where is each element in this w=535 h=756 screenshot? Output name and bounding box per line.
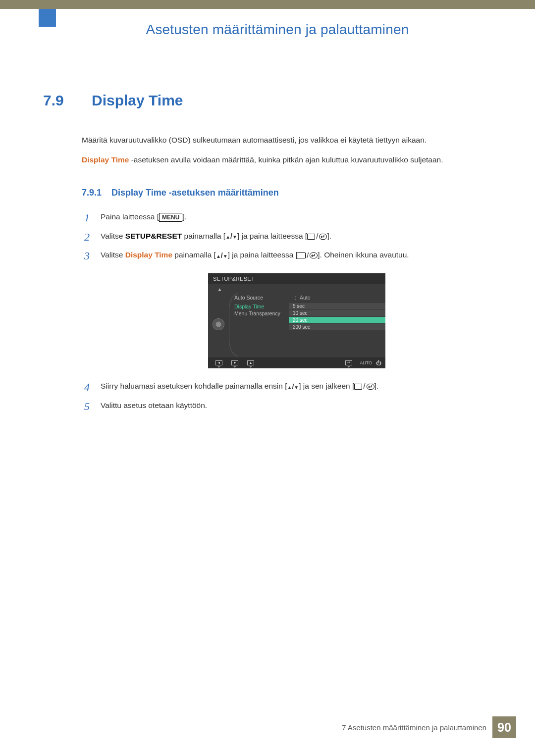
rect-icon — [354, 384, 362, 390]
up-down-icon: ▲/▼ — [225, 231, 237, 242]
text: Valitse — [101, 251, 125, 259]
osd-label: Menu Transparency — [234, 310, 295, 316]
osd-option: 200 sec — [289, 324, 385, 331]
text: ]. — [182, 212, 187, 221]
step-1: 1 Paina laitteessa [MENU]. — [81, 211, 513, 225]
gear-icon — [213, 319, 224, 330]
step-2: 2 Valitse SETUP&RESET painamalla [▲/▼] j… — [81, 230, 513, 245]
osd-nav-back-icon: ◄ — [212, 359, 226, 366]
rect-icon — [298, 252, 306, 258]
menu-button-icon: MENU — [159, 213, 182, 222]
content-area: Asetusten määrittäminen ja palauttaminen… — [42, 15, 513, 418]
intro-paragraph: Määritä kuvaruutuvalikko (OSD) sulkeutum… — [82, 134, 498, 147]
footer-text: 7 Asetusten määrittäminen ja palauttamin… — [342, 723, 486, 732]
up-down-icon: ▲/▼ — [287, 381, 299, 392]
text: Valitse — [101, 232, 125, 240]
text: ] ja sen jälkeen [ — [299, 382, 354, 390]
term-display-time: Display Time — [82, 155, 129, 164]
osd-option-highlighted: 20 sec — [289, 317, 385, 324]
desc-paragraph: Display Time -asetuksen avulla voidaan m… — [82, 153, 498, 166]
osd-left-panel: ▲ — [208, 284, 231, 357]
osd-right-panel: Auto Source : Auto Display Time : 5 sec … — [231, 284, 385, 357]
osd-footer: ◄ ▼ ▲ ↵ AUTO ⏻ — [208, 357, 385, 368]
desc-rest: -asetuksen avulla voidaan määrittää, kui… — [129, 155, 443, 164]
osd-label: Auto Source — [234, 295, 295, 301]
step-3: 3 Valitse Display Time painamalla [▲/▼] … — [81, 249, 513, 263]
step-text: Siirry haluamasi asetuksen kohdalle pain… — [101, 380, 513, 393]
text: ]. Oheinen ikkuna avautuu. — [318, 251, 409, 259]
osd-option: 5 sec — [289, 303, 385, 310]
osd-row-auto-source: Auto Source : Auto — [231, 293, 385, 302]
text: ] ja paina laitteessa [ — [237, 232, 307, 240]
body: Määritä kuvaruutuvalikko (OSD) sulkeutum… — [82, 134, 498, 198]
step-number: 3 — [81, 249, 90, 263]
select-enter-icon: / — [354, 380, 374, 393]
step-5: 5 Valittu asetus otetaan käyttöön. — [81, 400, 513, 414]
steps-list: 1 Paina laitteessa [MENU]. 2 Valitse SET… — [81, 211, 513, 413]
text: ]. — [327, 232, 331, 240]
step-number: 4 — [81, 380, 90, 395]
top-decor-bar — [0, 0, 535, 9]
step-text: Valitse SETUP&RESET painamalla [▲/▼] ja … — [101, 230, 513, 243]
text: ] ja paina laitteessa [ — [228, 251, 298, 259]
section-title: Display Time — [92, 92, 183, 109]
page: Asetusten määrittäminen ja palauttaminen… — [0, 0, 535, 756]
osd-screenshot: SETUP&RESET ▲ Auto Source : Auto Displ — [208, 273, 385, 368]
scroll-up-icon: ▲ — [217, 287, 222, 292]
step-text: Valittu asetus otetaan käyttöön. — [101, 400, 513, 412]
left-margin — [0, 9, 42, 756]
colon: : — [295, 295, 300, 301]
text: painamalla [ — [172, 251, 216, 259]
select-enter-icon: / — [307, 230, 327, 243]
osd-body: ▲ Auto Source : Auto Display Time : — [208, 284, 385, 357]
step-text: Paina laitteessa [MENU]. — [101, 211, 513, 223]
text: Paina laitteessa [ — [101, 212, 159, 221]
chapter-title: Asetusten määrittäminen ja palauttaminen — [42, 22, 513, 38]
step-4: 4 Siirry haluamasi asetuksen kohdalle pa… — [81, 380, 513, 395]
osd-enter-icon: ↵ — [342, 359, 356, 366]
osd-label-selected: Display Time — [234, 303, 295, 309]
rect-icon — [307, 234, 315, 240]
osd-option: 10 sec — [289, 310, 385, 317]
osd-value: Auto — [300, 295, 311, 301]
section-number: 7.9 — [43, 92, 72, 109]
select-enter-icon: / — [298, 250, 318, 262]
text: painamalla [ — [182, 232, 225, 240]
page-footer: 7 Asetusten määrittäminen ja palauttamin… — [342, 716, 516, 738]
enter-icon — [367, 384, 374, 390]
subsection-heading: 7.9.1 Display Time -asetuksen määrittämi… — [82, 188, 498, 198]
text: Siirry haluamasi asetuksen kohdalle pain… — [101, 382, 287, 390]
subsection-number: 7.9.1 — [82, 188, 102, 198]
term-display-time: Display Time — [125, 251, 172, 259]
page-number: 90 — [492, 716, 516, 738]
osd-nav-down-icon: ▼ — [228, 359, 242, 366]
section-heading: 7.9 Display Time — [43, 92, 513, 109]
power-icon: ⏻ — [376, 360, 381, 366]
text: ]. — [374, 382, 379, 390]
step-number: 2 — [81, 230, 90, 245]
enter-icon — [310, 252, 318, 258]
osd-options-dropdown: 5 sec 10 sec 20 sec 200 sec — [289, 303, 385, 331]
osd-auto-label: AUTO — [360, 360, 372, 365]
step-number: 5 — [81, 400, 90, 414]
subsection-title: Display Time -asetuksen määrittäminen — [111, 188, 279, 198]
osd-header: SETUP&RESET — [208, 273, 385, 284]
step-number: 1 — [81, 211, 90, 225]
term-setup-reset: SETUP&RESET — [125, 232, 182, 240]
osd-nav-up-icon: ▲ — [244, 359, 258, 366]
enter-icon — [319, 234, 327, 240]
up-down-icon: ▲/▼ — [216, 250, 228, 261]
step-text: Valitse Display Time painamalla [▲/▼] ja… — [101, 249, 513, 261]
